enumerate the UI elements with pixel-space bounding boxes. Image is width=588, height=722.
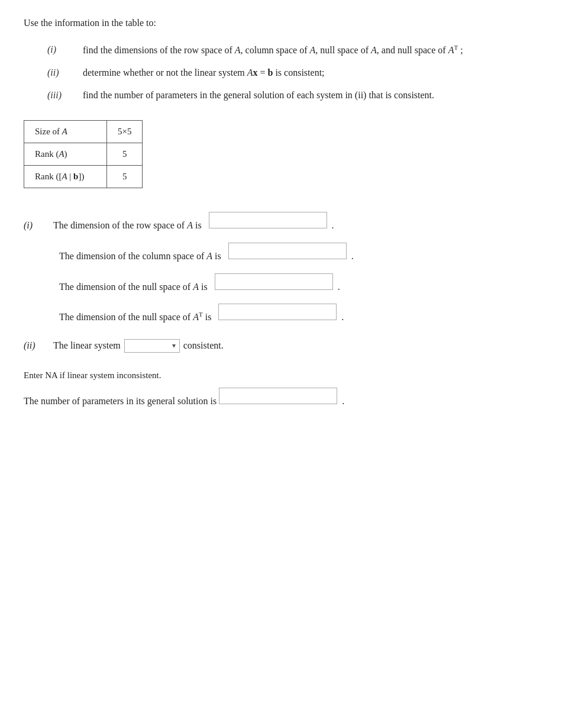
table-cell-size-label: Size of A — [24, 121, 107, 143]
intro-text: Use the information in the table to: — [24, 18, 564, 28]
consistency-dropdown[interactable]: is is not — [128, 341, 176, 351]
part-i-row-row-space: (i) The dimension of the row space of A … — [24, 212, 564, 233]
part-iii-row: The number of parameters in its general … — [24, 388, 564, 407]
table-cell-rank-a-label: Rank (A) — [24, 143, 107, 166]
part-iii-section: Enter NA if linear system inconsistent. … — [24, 370, 564, 407]
null-at-period: . — [341, 310, 344, 325]
null-a-label: The dimension of the null space of A is — [59, 279, 208, 295]
null-at-input[interactable] — [218, 304, 337, 320]
part-i-row-null-a: The dimension of the null space of A is … — [59, 273, 564, 295]
instruction-i-text: find the dimensions of the row space of … — [83, 43, 564, 57]
table-cell-rank-ab-label: Rank ([A | b]) — [24, 166, 107, 188]
part-i-row-null-at: The dimension of the null space of AT is… — [59, 304, 564, 325]
part-i-section: (i) The dimension of the row space of A … — [24, 212, 564, 324]
table-cell-rank-a-value: 5 — [107, 143, 143, 166]
instruction-ii: (ii) determine whether or not the linear… — [47, 66, 564, 80]
instruction-ii-label: (ii) — [47, 66, 83, 80]
null-at-label: The dimension of the null space of AT is — [59, 310, 211, 325]
instruction-i: (i) find the dimensions of the row space… — [47, 43, 564, 57]
part-i-label: (i) — [24, 218, 47, 233]
instruction-iii: (iii) find the number of parameters in t… — [47, 88, 564, 102]
instructions-section: (i) find the dimensions of the row space… — [47, 43, 564, 102]
instruction-i-label: (i) — [47, 43, 83, 57]
table-row-size: Size of A 5×5 — [24, 121, 143, 143]
part-ii-label: (ii) — [24, 340, 47, 351]
instruction-ii-text: determine whether or not the linear syst… — [83, 66, 564, 80]
null-a-input[interactable] — [215, 273, 333, 290]
part-ii-section: (ii) The linear system is is not ▾ consi… — [24, 339, 564, 353]
consistency-dropdown-wrapper[interactable]: is is not ▾ — [124, 339, 180, 353]
table-cell-size-value: 5×5 — [107, 121, 143, 143]
col-space-input[interactable] — [228, 243, 347, 259]
row-space-input[interactable] — [209, 212, 327, 228]
row-space-period: . — [332, 218, 334, 233]
col-space-period: . — [351, 249, 354, 264]
part-i-row-col-space: The dimension of the column space of A i… — [59, 243, 564, 264]
instruction-iii-text: find the number of parameters in the gen… — [83, 88, 564, 102]
part-ii-text-after: consistent. — [183, 340, 224, 351]
col-space-label: The dimension of the column space of A i… — [59, 249, 221, 264]
row-space-label: The dimension of the row space of A is — [53, 218, 202, 233]
null-a-period: . — [338, 279, 340, 295]
parameters-input[interactable] — [219, 388, 337, 404]
part-iii-text: The number of parameters in its general … — [24, 396, 217, 407]
part-ii-text-before: The linear system — [53, 340, 121, 351]
info-table: Size of A 5×5 Rank (A) 5 Rank ([A | b]) … — [24, 120, 143, 188]
table-row-rank-a: Rank (A) 5 — [24, 143, 143, 166]
parameters-period: . — [342, 396, 344, 407]
part-iii-note: Enter NA if linear system inconsistent. — [24, 370, 564, 381]
table-cell-rank-ab-value: 5 — [107, 166, 143, 188]
table-row-rank-ab: Rank ([A | b]) 5 — [24, 166, 143, 188]
instruction-iii-label: (iii) — [47, 88, 83, 102]
